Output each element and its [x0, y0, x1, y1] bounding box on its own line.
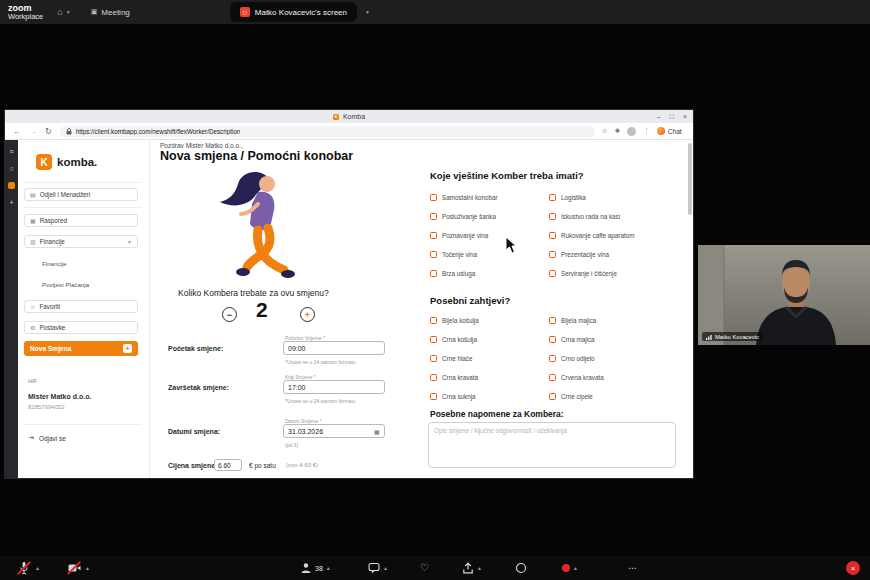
leave-meeting-button[interactable]: × — [846, 561, 860, 575]
forward-icon[interactable]: → — [29, 127, 37, 136]
browser-profile-avatar[interactable] — [627, 127, 636, 136]
reactions-button[interactable]: ♡ — [420, 556, 429, 580]
search-icon[interactable]: ○ — [9, 165, 13, 172]
share-screen-icon — [462, 562, 474, 574]
tab-options-chevron-icon[interactable]: ▼ — [365, 9, 370, 15]
decrease-count-button[interactable]: − — [222, 307, 237, 322]
end-time-input[interactable] — [283, 380, 385, 394]
back-icon[interactable]: ← — [13, 127, 21, 136]
increase-count-button[interactable]: + — [300, 307, 315, 322]
new-shift-button[interactable]: Nova Smjena + — [24, 341, 138, 356]
checkbox[interactable] — [430, 194, 437, 201]
share-screen-button[interactable]: ▲ — [462, 556, 482, 580]
sidebar-item-favorites[interactable]: ☆ Favoriti — [24, 300, 138, 313]
home-menu-button[interactable]: ⌂ ▼ — [57, 7, 70, 17]
start-time-label: Početak smjene: — [168, 345, 223, 352]
checkbox[interactable] — [549, 251, 556, 258]
checkbox[interactable] — [549, 393, 556, 400]
checkbox[interactable] — [430, 374, 437, 381]
checkbox[interactable] — [430, 213, 437, 220]
close-icon[interactable]: × — [683, 113, 687, 120]
extensions-icon[interactable]: ❖ — [615, 127, 621, 135]
sidebar-subitem-finances[interactable]: Financije — [42, 260, 67, 267]
recording-indicator[interactable]: ▲ — [562, 556, 578, 580]
bookmark-star-icon[interactable]: ☆ — [602, 127, 608, 135]
participant-video-tile[interactable]: Matko Kovacevic — [698, 245, 870, 345]
checkbox[interactable] — [549, 232, 556, 239]
add-icon[interactable]: + — [9, 199, 13, 206]
screen-share-icon: ◻ — [240, 7, 250, 17]
sidebar-item-schedule[interactable]: ▦ Raspored — [24, 214, 138, 227]
skill-row: Logistika — [549, 188, 634, 207]
zoom-meeting-window: zoom Workplace ⌂ ▼ ▣ Meeting ◻ Matko Kov… — [0, 0, 870, 580]
checkbox[interactable] — [549, 213, 556, 220]
share-chevron-icon[interactable]: ▲ — [477, 565, 482, 571]
checkbox[interactable] — [430, 270, 437, 277]
minimize-icon[interactable]: – — [657, 113, 661, 120]
more-options-button[interactable]: ⋯ — [628, 556, 638, 580]
chat-button[interactable]: ▲ — [368, 556, 388, 580]
requirement-row: Crna košulja — [430, 330, 479, 349]
sidebar-item-settings[interactable]: ⚙ Postavke — [24, 321, 138, 334]
sidebar-item-departments[interactable]: ▤ Odjeli i Menadžeri — [24, 188, 138, 201]
record-button[interactable] — [515, 556, 527, 580]
checkbox[interactable] — [430, 232, 437, 239]
checkbox[interactable] — [549, 317, 556, 324]
checkbox[interactable] — [549, 194, 556, 201]
tab-meeting[interactable]: ▣ Meeting — [91, 8, 130, 17]
tab-screen-share[interactable]: ◻ Matko Kovacevic's screen — [230, 2, 357, 22]
start-time-note: *Unose se u 24 satnom formatu — [285, 359, 355, 365]
requirement-row: Crna majica — [549, 330, 604, 349]
more-vert-icon[interactable]: ⋮ — [643, 127, 650, 135]
participants-chevron-icon[interactable]: ▲ — [326, 565, 331, 571]
komba-app-icon[interactable] — [8, 182, 15, 189]
close-x-icon: × — [851, 564, 856, 573]
document-icon: ▥ — [30, 238, 36, 245]
reload-icon[interactable]: ↻ — [45, 127, 52, 136]
checkbox[interactable] — [430, 393, 437, 400]
home-icon: ⌂ — [57, 7, 62, 17]
zoom-workplace-logo: zoom Workplace — [8, 3, 43, 21]
mute-button[interactable]: ▲ — [16, 556, 40, 580]
checkbox[interactable] — [549, 270, 556, 277]
logout-button[interactable]: ⇥ Odjavi se — [28, 434, 66, 442]
price-label: Cijena smjene: — [168, 462, 217, 469]
recording-chevron-icon[interactable]: ▲ — [573, 565, 578, 571]
checkbox[interactable] — [430, 355, 437, 362]
video-options-chevron-icon[interactable]: ▲ — [85, 565, 90, 571]
walking-person-illustration — [210, 166, 320, 286]
end-time-note: *Unose se u 24 satnom formatu — [285, 398, 355, 404]
address-bar[interactable]: https://client.kombapp.com/newshift/flex… — [60, 126, 595, 137]
stop-video-button[interactable]: ▲ — [66, 556, 90, 580]
shift-date-input[interactable] — [283, 424, 385, 438]
checkbox[interactable] — [430, 251, 437, 258]
meeting-tab-label: Meeting — [101, 8, 129, 17]
start-time-input[interactable] — [283, 341, 385, 355]
star-icon: ☆ — [30, 303, 35, 310]
checkbox[interactable] — [430, 317, 437, 324]
menu-icon[interactable]: ≡ — [9, 148, 13, 155]
checkbox[interactable] — [549, 374, 556, 381]
participants-button[interactable]: 38 ▲ — [300, 556, 331, 580]
meeting-icon: ▣ — [91, 8, 98, 16]
chat-chevron-icon[interactable]: ▲ — [383, 565, 388, 571]
sidebar-subitem-payment-history[interactable]: Povijest Plaćanja — [42, 281, 89, 288]
checkbox[interactable] — [549, 355, 556, 362]
audio-options-chevron-icon[interactable]: ▲ — [35, 565, 40, 571]
reactions-heart-icon: ♡ — [420, 563, 429, 573]
checkbox[interactable] — [549, 336, 556, 343]
checkbox-label: Crne hlače — [442, 355, 472, 362]
requirement-row: Crne hlače — [430, 349, 479, 368]
checkbox[interactable] — [430, 336, 437, 343]
price-input[interactable] — [214, 459, 242, 471]
chat-extension-button[interactable]: Chat — [657, 127, 682, 135]
calendar-icon[interactable]: ▦ — [374, 428, 380, 435]
page-scrollbar[interactable] — [688, 143, 692, 215]
sidebar-item-finances[interactable]: ▥ Financije ▼ — [24, 235, 138, 248]
requirement-row: Crvena kravata — [549, 368, 604, 387]
participant-name: Matko Kovacevic — [715, 334, 759, 340]
divider — [24, 207, 142, 208]
maximize-icon[interactable]: □ — [670, 113, 674, 120]
skill-row: Iskustvo rada na kasi — [549, 207, 634, 226]
notes-textarea[interactable] — [428, 422, 676, 468]
